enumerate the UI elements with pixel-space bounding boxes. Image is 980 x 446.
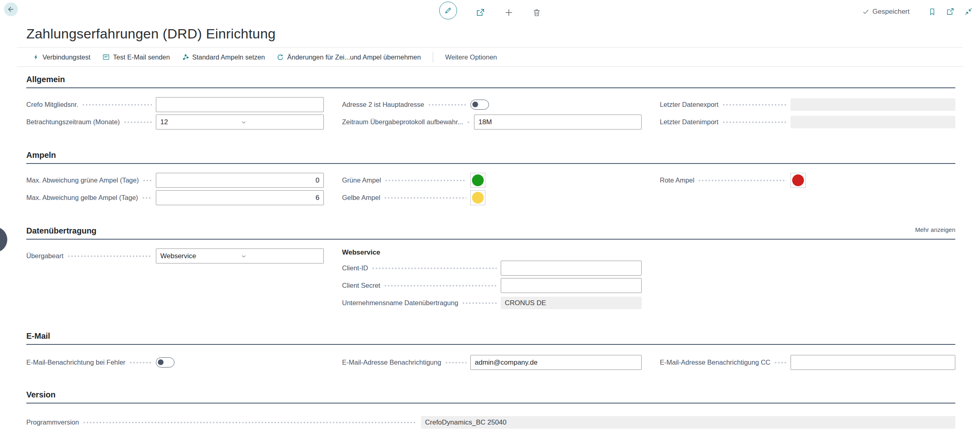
betrachtungszeitraum-select[interactable]: 12 (156, 115, 324, 130)
dotted-leader (722, 104, 787, 106)
field-label: Adresse 2 ist Hauptadresse (342, 101, 424, 108)
gruene-ampel-swatch[interactable] (470, 173, 485, 188)
toggle-knob (472, 102, 478, 107)
dotted-leader (384, 285, 497, 287)
section-ampeln: Ampeln Max. Abweichung grüne Ampel (Tage… (26, 151, 955, 205)
bookmark-icon (928, 8, 936, 16)
field-label: Letzter Datenexport (660, 101, 719, 108)
plus-icon (504, 8, 514, 17)
field-label: Crefo Mitgliedsnr. (26, 101, 78, 108)
dotted-leader (722, 121, 787, 123)
section-ampeln-title: Ampeln (26, 151, 955, 164)
max-abw-gelb-input[interactable] (156, 190, 324, 205)
collapse-button[interactable] (964, 7, 973, 16)
empty-cell (660, 248, 955, 263)
share-button[interactable] (476, 8, 485, 17)
field-label: Programmversion (26, 418, 79, 426)
popout-icon (946, 7, 954, 16)
dotted-leader (123, 121, 152, 123)
green-circle (472, 174, 484, 186)
dotted-leader (698, 180, 787, 181)
section-version: Version Programmversion CrefoDynamics_BC… (26, 390, 955, 430)
lightning-icon (33, 53, 39, 61)
bookmark-button[interactable] (928, 8, 936, 16)
dotted-leader (82, 104, 152, 106)
page-canvas: Gespeichert Zahlungserfahrungen (DRD) Ei… (0, 0, 980, 446)
edge-teaching-bubble[interactable] (0, 227, 7, 253)
field-label: Betrachtungszeitraum (Monate) (26, 118, 120, 126)
field-client-id: Client-ID (342, 261, 642, 276)
field-label: Übergabeart (26, 252, 64, 260)
field-label: Zeitraum Übergabeprotokoll aufbewahr... (342, 118, 463, 126)
field-label: Max. Abweichung gelbe Ampel (Tage) (26, 194, 138, 202)
save-status-label: Gespeichert (872, 8, 910, 16)
field-label: Unternehmensname Datenübertragung (342, 299, 458, 307)
action-test-email-senden[interactable]: Test E-Mail senden (96, 53, 176, 61)
field-label: Client Secret (342, 282, 380, 289)
dotted-leader (385, 180, 466, 181)
email-adresse-benachrichtigung-input[interactable] (470, 355, 642, 370)
mail-icon (102, 54, 110, 60)
adresse2-hauptadresse-toggle[interactable] (470, 100, 489, 110)
field-gruene-ampel: Grüne Ampel (342, 173, 642, 188)
empty-cell (660, 190, 955, 205)
add-button[interactable] (504, 8, 514, 17)
collapse-arrows-icon (964, 7, 973, 16)
dotted-leader (774, 362, 787, 363)
status-zone: Gespeichert (862, 7, 973, 16)
crefo-mitgliedsnr-input[interactable] (156, 97, 324, 112)
standard-ampeln-icon (182, 54, 189, 61)
field-crefo-mitgliedsnr: Crefo Mitgliedsnr. (26, 97, 324, 112)
action-standard-ampeln-setzen[interactable]: Standard Ampeln setzen (176, 53, 271, 61)
uebergabeart-select[interactable]: Webservice (156, 248, 324, 263)
field-letzter-datenexport: Letzter Datenexport (660, 97, 955, 112)
edit-pencil-button[interactable] (439, 2, 457, 19)
action-aenderungen-uebernehmen[interactable]: Änderungen für Zei...und Ampel übernehme… (271, 53, 427, 61)
delete-button[interactable] (532, 8, 541, 17)
dotted-leader (467, 121, 470, 123)
email-adresse-benachrichtigung-cc-input[interactable] (791, 355, 955, 370)
unternehmensname-value: CRONUS DE (501, 297, 642, 309)
field-max-abw-gelb: Max. Abweichung gelbe Ampel (Tage) (26, 190, 324, 205)
dotted-leader (462, 302, 497, 304)
open-in-window-button[interactable] (946, 7, 954, 16)
dotted-leader (445, 362, 466, 363)
gelbe-ampel-swatch[interactable] (470, 190, 485, 205)
section-allgemein: Allgemein Crefo Mitgliedsnr. Adresse 2 i… (26, 75, 955, 130)
share-icon (476, 8, 485, 17)
field-email-adresse-benachrichtigung-cc: E-Mail-Adresse Benachrichtigung CC (660, 355, 955, 370)
client-secret-input[interactable] (501, 278, 642, 293)
field-email-adresse-benachrichtigung: E-Mail-Adresse Benachrichtigung (342, 355, 642, 370)
field-label: Max. Abweichung grüne Ampel (Tage) (26, 176, 139, 184)
dotted-leader (428, 104, 466, 106)
letzter-datenexport-value (791, 98, 955, 111)
field-unternehmensname: Unternehmensname Datenübertragung CRONUS… (342, 295, 642, 310)
mehr-anzeigen-button[interactable]: Mehr anzeigen (915, 226, 955, 233)
max-abw-gruen-input[interactable] (156, 173, 324, 188)
action-verbindungstest[interactable]: Verbindungstest (27, 53, 96, 61)
dotted-leader (384, 197, 466, 199)
zeitraum-protokoll-input[interactable] (474, 115, 642, 130)
field-programmversion: Programmversion CrefoDynamics_BC 25040 (26, 415, 955, 430)
page-title: Zahlungserfahrungen (DRD) Einrichtung (26, 26, 980, 42)
field-letzter-datenimport: Letzter Datenimport (660, 115, 955, 130)
dotted-leader (142, 180, 152, 181)
field-rote-ampel: Rote Ampel (660, 173, 955, 188)
section-email: E-Mail E-Mail-Benachrichtung bei Fehler … (26, 331, 955, 370)
refresh-icon (277, 54, 284, 61)
trash-icon (532, 8, 541, 17)
field-label: Letzter Datenimport (660, 118, 719, 126)
checkmark-icon (862, 8, 869, 15)
field-adresse2-hauptadresse: Adresse 2 ist Hauptadresse (342, 97, 642, 112)
field-label: E-Mail-Adresse Benachrichtigung CC (660, 359, 770, 366)
weitere-optionen-button[interactable]: Weitere Optionen (439, 53, 504, 61)
client-id-input[interactable] (501, 261, 642, 276)
email-benachrichtigung-fehler-toggle[interactable] (156, 357, 174, 367)
field-label: Client-ID (342, 264, 368, 272)
field-zeitraum-protokoll: Zeitraum Übergabeprotokoll aufbewahr... (342, 115, 642, 130)
rote-ampel-swatch[interactable] (791, 173, 806, 188)
dotted-leader (67, 255, 152, 257)
field-client-secret: Client Secret (342, 278, 642, 293)
red-circle (792, 174, 804, 186)
webservice-subgroup-title: Webservice (342, 248, 642, 257)
